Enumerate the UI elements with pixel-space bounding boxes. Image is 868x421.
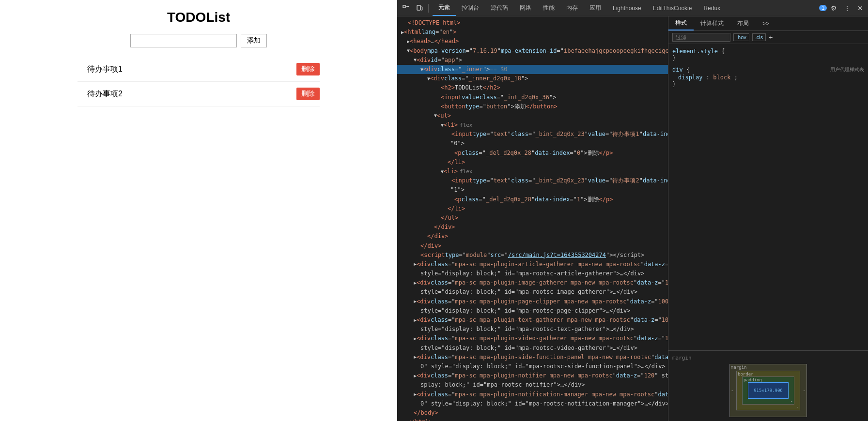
padding-dash: -: [790, 399, 793, 404]
element-style-rule: element.style { }: [672, 48, 864, 61]
app-panel: TODOList 添加 待办事项1 删除 待办事项2 删除: [0, 0, 397, 421]
div-rule-selector: div {: [672, 66, 690, 74]
dom-line-html[interactable]: ▶ <html lang =" en " >: [397, 28, 668, 37]
filter-plus-button[interactable]: +: [769, 33, 773, 41]
dom-line-div-inner[interactable]: ▼ <div class =" _inner "> == $0: [397, 65, 668, 74]
tab-styles[interactable]: 样式: [668, 16, 694, 30]
dom-line-h2[interactable]: <h2> TODOList </h2>: [397, 83, 668, 92]
todo-list: 待办事项1 删除 待办事项2 删除: [78, 57, 320, 106]
tab-editthiscookie[interactable]: EditThisCookie: [647, 0, 698, 16]
script-src-link[interactable]: /src/main.js?t=1643553204274: [508, 251, 606, 260]
todo-item-text-1: 待办事项1: [87, 64, 296, 75]
border-label: border: [738, 372, 754, 376]
dom-line-mpa2[interactable]: ▶ <div class =" mpa-sc mpa-plugin-image-…: [397, 278, 668, 287]
dom-line-button[interactable]: <button type =" button "> 添加 </button>: [397, 102, 668, 111]
settings-icon[interactable]: ⚙: [828, 2, 840, 14]
todo-input[interactable]: [130, 34, 237, 47]
styles-toolbar: 样式 计算样式 布局 >>: [668, 16, 868, 31]
box-model: margin margin - - - border -: [668, 350, 868, 421]
tab-application[interactable]: 应用: [584, 0, 607, 16]
dom-line-mpa1[interactable]: ▶ <div class =" mpa-sc mpa-plugin-articl…: [397, 260, 668, 269]
dom-line-li2-input[interactable]: <input type =" text " class =" _bint_d2q…: [397, 176, 668, 185]
dom-line-html-close: </html>: [397, 418, 668, 421]
dom-line-doctype: <!DOCTYPE html>: [397, 18, 668, 28]
tab-computed-styles[interactable]: 计算样式: [694, 16, 730, 30]
delete-button-1[interactable]: 删除: [296, 63, 320, 75]
dom-line-app-close: </div>: [397, 241, 668, 251]
more-options-icon[interactable]: ⋮: [841, 2, 853, 14]
tab-sources[interactable]: 源代码: [485, 0, 514, 16]
device-toggle-icon[interactable]: [413, 2, 426, 14]
dom-line-li1-input[interactable]: <input type =" text " class =" _bint_d2q…: [397, 130, 668, 139]
dom-line-li2[interactable]: ▼ <li> flex: [397, 167, 668, 176]
div-rule-close: }: [672, 81, 864, 88]
tab-lighthouse[interactable]: Lighthouse: [607, 0, 647, 16]
dom-line-mpa6[interactable]: ▶ <div class =" mpa-sc mpa-plugin-side-f…: [397, 353, 668, 362]
tab-memory[interactable]: 内存: [560, 0, 584, 16]
tab-layout[interactable]: 布局: [730, 16, 756, 30]
dom-line-mpa4-style: style="display: block;" id="mpa-rootsc-t…: [397, 325, 668, 334]
margin-dash-right: -: [803, 388, 806, 393]
dom-line-mpa3-style: style="display: block;" id="mpa-rootsc-p…: [397, 306, 668, 316]
dom-line-div-inner2[interactable]: ▼ <div class =" _inner_d2q0x_18 ">: [397, 74, 668, 83]
tab-network[interactable]: 网络: [514, 0, 537, 16]
inspect-icon[interactable]: [399, 2, 413, 14]
dom-line-mpa5[interactable]: ▶ <div class =" mpa-sc mpa-plugin-video-…: [397, 334, 668, 343]
div-rule-source: 用户代理样式表: [830, 66, 864, 73]
box-content-layer: 915×179.906: [748, 382, 789, 399]
dom-line-mpa8[interactable]: ▶ <div class =" mpa-sc mpa-plugin-notifi…: [397, 390, 668, 399]
devtools-toolbar: 元素 控制台 源代码 网络 性能 内存 应用 Lighthouse EditTh…: [397, 0, 868, 16]
svg-rect-2: [417, 5, 420, 10]
border-dash: -: [796, 405, 799, 409]
dom-line-ul-close: </ul>: [397, 213, 668, 223]
box-model-title: margin: [672, 355, 864, 361]
margin-label: margin: [731, 365, 747, 370]
close-devtools-icon[interactable]: ✕: [854, 2, 866, 14]
dom-line-head[interactable]: ▶ <head> … </head>: [397, 37, 668, 46]
dom-line-body[interactable]: ▼ <body mpa-version =" 7.16.19 " mpa-ext…: [397, 46, 668, 56]
dom-line-li1-close: </li>: [397, 158, 668, 167]
dom-line-mpa5-style: style="display: block;" id="mpa-rootsc-v…: [397, 344, 668, 353]
dom-line-li1-p[interactable]: <p class =" _del_d2q0x_28 " data-index =…: [397, 149, 668, 158]
dom-panel[interactable]: <!DOCTYPE html> ▶ <html lang =" en " > ▶…: [397, 16, 668, 421]
dom-line-div-app[interactable]: ▼ <div id =" app ">: [397, 56, 668, 65]
error-badge: 1: [819, 5, 827, 11]
todo-input-row: 添加: [130, 34, 267, 47]
dom-line-ul[interactable]: ▼ <ul>: [397, 111, 668, 120]
box-content-value: 915×179.906: [754, 388, 783, 393]
dom-line-mpa1-style: style="display: block;" id="mpa-rootsc-a…: [397, 269, 668, 278]
styles-content: element.style { } div {: [668, 44, 868, 350]
dom-line-script[interactable]: <script type =" module " src =" /src/mai…: [397, 251, 668, 260]
box-model-diagram: margin - - - border - padding -: [729, 364, 807, 417]
dom-line-mpa2-style: style="display: block;" id="mpa-rootsc-i…: [397, 287, 668, 297]
margin-dash-left: -: [731, 388, 733, 393]
padding-label: padding: [744, 377, 762, 382]
dom-line-mpa4[interactable]: ▶ <div class =" mpa-sc mpa-plugin-text-g…: [397, 316, 668, 325]
filter-cls-button[interactable]: .cls: [752, 33, 766, 41]
tab-console[interactable]: 控制台: [456, 0, 485, 16]
dom-line-innerdiv2-close: </div>: [397, 232, 668, 241]
dom-line-mpa8-style: 0" style="display: block;" id="mpa-roots…: [397, 399, 668, 408]
dom-line-li1-input-cont: "0">: [397, 139, 668, 148]
add-button[interactable]: 添加: [241, 34, 267, 47]
dom-line-input[interactable]: <input value class =" _int_d2q0x_36 ">: [397, 93, 668, 102]
dom-line-li2-p[interactable]: <p class =" _del_d2q0x_28 " data-index =…: [397, 195, 668, 204]
dom-line-mpa7[interactable]: ▶ <div class =" mpa-sc mpa-plugin-notifi…: [397, 371, 668, 380]
delete-button-2[interactable]: 删除: [296, 88, 320, 100]
element-style-selector: element.style {: [672, 48, 864, 55]
devtools-tabs: 元素 控制台 源代码 网络 性能 内存 应用 Lighthouse EditTh…: [433, 0, 726, 16]
styles-filter-input[interactable]: [672, 33, 730, 42]
tab-more-styles[interactable]: >>: [756, 16, 776, 30]
tab-performance[interactable]: 性能: [537, 0, 560, 16]
dom-line-innerdiv-close: </div>: [397, 223, 668, 232]
div-style-rule: div { 用户代理样式表 display : block ; }: [672, 66, 864, 88]
styles-panel: 样式 计算样式 布局 >> :hov .cls + element.style …: [668, 16, 868, 421]
styles-filter-row: :hov .cls +: [668, 31, 868, 44]
margin-dash-bottom: -: [803, 411, 806, 416]
tab-elements[interactable]: 元素: [433, 0, 456, 16]
dom-line-li1[interactable]: ▼ <li> flex: [397, 120, 668, 130]
dom-line-mpa3[interactable]: ▶ <div class =" mpa-sc mpa-plugin-page-c…: [397, 297, 668, 306]
filter-hov-button[interactable]: :hov: [733, 33, 749, 41]
element-style-brace-close: }: [672, 55, 864, 61]
tab-redux[interactable]: Redux: [698, 0, 726, 16]
